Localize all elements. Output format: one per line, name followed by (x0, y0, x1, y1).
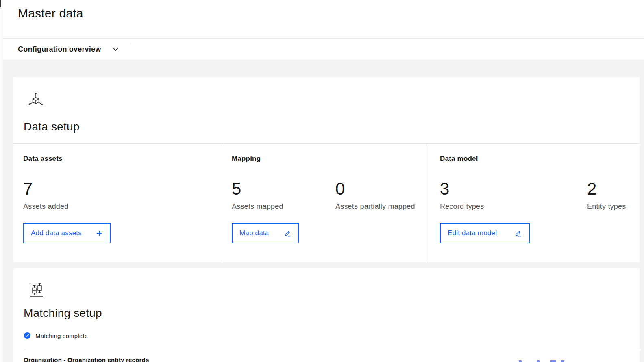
matching-setup-card: Matching setup Matching complete Organiz… (13, 268, 640, 362)
stat-value: 0 (335, 180, 415, 198)
corner-mark (0, 0, 1, 7)
row-divider (24, 349, 640, 349)
edit-data-model-button-label: Edit data model (448, 229, 497, 237)
record-row-title: Organization - Organization entity recor… (24, 356, 149, 362)
partial-link[interactable] (519, 360, 564, 362)
stat-label: Entity types (587, 202, 626, 211)
data-assets-stats: 7 Assets added (23, 180, 222, 211)
plus-icon (96, 230, 103, 237)
add-data-assets-button[interactable]: Add data assets (23, 223, 111, 243)
stat-label: Assets added (23, 202, 68, 211)
add-data-assets-button-label: Add data assets (31, 229, 82, 237)
stat-assets-mapped: 5 Assets mapped (232, 180, 335, 211)
mapping-header: Mapping (232, 154, 426, 163)
3d-axes-icon (26, 91, 46, 110)
candlestick-chart-icon (26, 280, 46, 300)
matching-status: Matching complete (24, 332, 88, 339)
data-setup-card: Data setup Data assets 7 Assets added Ad… (13, 77, 640, 262)
data-setup-title: Data setup (24, 120, 79, 134)
stat-value: 3 (440, 180, 587, 198)
mapping-column: Mapping 5 Assets mapped 0 Assets partial… (222, 144, 426, 262)
edit-data-model-button[interactable]: Edit data model (440, 223, 530, 243)
stat-label: Assets partially mapped (335, 202, 415, 211)
stat-entity-types: 2 Entity types (587, 180, 626, 211)
page-title: Master data (18, 7, 83, 20)
stat-assets-added: 7 Assets added (23, 180, 68, 211)
stat-assets-partially-mapped: 0 Assets partially mapped (335, 180, 415, 211)
map-data-button-label: Map data (239, 229, 269, 237)
stat-value: 5 (232, 180, 335, 198)
mapping-stats: 5 Assets mapped 0 Assets partially mappe… (232, 180, 426, 211)
data-assets-header: Data assets (23, 154, 222, 163)
map-data-button[interactable]: Map data (232, 223, 299, 243)
data-setup-stats-row: Data assets 7 Assets added Add data asse… (13, 143, 640, 262)
subnav-divider (131, 43, 131, 55)
stat-label: Record types (440, 202, 587, 211)
configuration-overview-dropdown[interactable]: Configuration overview (18, 39, 119, 60)
page-header: Master data (0, 0, 644, 39)
subnav-bar: Configuration overview (0, 39, 644, 60)
stat-value: 2 (587, 180, 626, 198)
chevron-down-icon (112, 46, 119, 53)
data-model-stats: 3 Record types 2 Entity types (440, 180, 640, 211)
stat-value: 7 (23, 180, 68, 198)
stat-record-types: 3 Record types (440, 180, 587, 211)
configuration-overview-label: Configuration overview (18, 45, 101, 54)
edit-icon (514, 230, 522, 237)
edit-icon (284, 230, 292, 237)
matching-setup-title: Matching setup (24, 306, 102, 320)
data-model-header: Data model (440, 154, 640, 163)
app-root: Master data Configuration overview Data (0, 0, 644, 362)
data-model-column: Data model 3 Record types 2 Entity types… (426, 144, 640, 262)
matching-status-label: Matching complete (35, 332, 88, 339)
left-edge-strip (0, 0, 3, 362)
stat-label: Assets mapped (232, 202, 335, 211)
checkmark-filled-icon (24, 332, 31, 339)
data-assets-column: Data assets 7 Assets added Add data asse… (13, 144, 222, 262)
